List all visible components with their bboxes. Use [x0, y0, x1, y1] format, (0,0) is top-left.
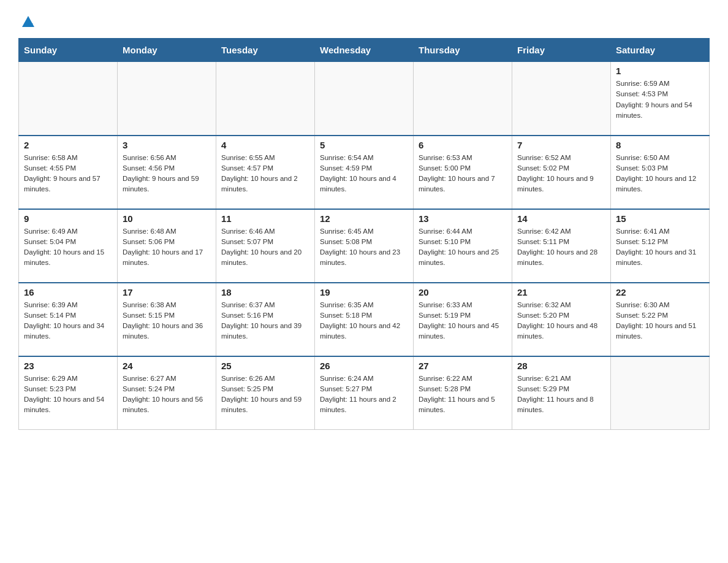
calendar-cell: 21Sunrise: 6:32 AMSunset: 5:20 PMDayligh… [512, 283, 611, 356]
day-info-line: Sunrise: 6:46 AM [221, 226, 309, 237]
weekday-header-sunday: Sunday [19, 39, 118, 62]
calendar-cell: 16Sunrise: 6:39 AMSunset: 5:14 PMDayligh… [19, 283, 118, 356]
calendar-cell: 3Sunrise: 6:56 AMSunset: 4:56 PMDaylight… [118, 136, 216, 209]
day-info-line: Sunrise: 6:55 AM [221, 153, 309, 163]
day-info-line: Daylight: 10 hours and 9 minutes. [517, 174, 605, 195]
calendar-cell [315, 62, 414, 136]
day-info-line: Sunset: 5:15 PM [123, 310, 211, 321]
day-info-line: Daylight: 10 hours and 56 minutes. [123, 394, 211, 416]
calendar-cell: 26Sunrise: 6:24 AMSunset: 5:27 PMDayligh… [315, 356, 414, 430]
day-info-line: Sunrise: 6:42 AM [517, 226, 605, 237]
calendar-cell: 12Sunrise: 6:45 AMSunset: 5:08 PMDayligh… [315, 209, 414, 283]
day-info-line: Sunrise: 6:39 AM [24, 300, 112, 310]
weekday-header-thursday: Thursday [414, 39, 512, 62]
calendar-cell: 11Sunrise: 6:46 AMSunset: 5:07 PMDayligh… [216, 209, 315, 283]
day-info-line: Daylight: 10 hours and 45 minutes. [419, 321, 507, 342]
calendar-cell: 7Sunrise: 6:52 AMSunset: 5:02 PMDaylight… [512, 136, 611, 209]
day-info-line: Daylight: 10 hours and 23 minutes. [320, 247, 408, 269]
calendar-week-2: 2Sunrise: 6:58 AMSunset: 4:55 PMDaylight… [19, 136, 710, 209]
day-number: 9 [24, 213, 112, 224]
day-number: 2 [24, 140, 112, 150]
calendar-cell [611, 356, 710, 430]
day-info-line: Sunrise: 6:49 AM [24, 226, 112, 237]
day-number: 20 [419, 287, 507, 297]
day-info-line: Sunrise: 6:52 AM [517, 153, 605, 163]
day-number: 5 [320, 140, 408, 150]
day-info-line: Sunrise: 6:29 AM [24, 373, 112, 384]
calendar-week-3: 9Sunrise: 6:49 AMSunset: 5:04 PMDaylight… [19, 209, 710, 283]
day-info-line: Daylight: 10 hours and 15 minutes. [24, 247, 112, 269]
day-info-line: Daylight: 10 hours and 20 minutes. [221, 247, 309, 269]
calendar-cell: 28Sunrise: 6:21 AMSunset: 5:29 PMDayligh… [512, 356, 611, 430]
calendar-cell: 24Sunrise: 6:27 AMSunset: 5:24 PMDayligh… [118, 356, 216, 430]
day-number: 6 [419, 140, 507, 150]
day-info-line: Sunset: 5:27 PM [320, 384, 408, 394]
page-header [18, 12, 710, 27]
day-info-line: Daylight: 10 hours and 34 minutes. [24, 321, 112, 342]
day-info-line: Sunset: 5:28 PM [419, 384, 507, 394]
calendar-cell: 10Sunrise: 6:48 AMSunset: 5:06 PMDayligh… [118, 209, 216, 283]
logo-icon [20, 12, 37, 29]
calendar-cell: 8Sunrise: 6:50 AMSunset: 5:03 PMDaylight… [611, 136, 710, 209]
day-info-line: Sunrise: 6:41 AM [616, 226, 704, 237]
day-info-line: Daylight: 10 hours and 25 minutes. [419, 247, 507, 269]
day-info-line: Sunrise: 6:37 AM [221, 300, 309, 310]
day-info-line: Daylight: 10 hours and 54 minutes. [24, 394, 112, 416]
calendar-week-5: 23Sunrise: 6:29 AMSunset: 5:23 PMDayligh… [19, 356, 710, 430]
day-info-line: Sunset: 5:07 PM [221, 237, 309, 247]
day-number: 13 [419, 213, 507, 224]
day-number: 19 [320, 287, 408, 297]
day-info-line: Sunrise: 6:44 AM [419, 226, 507, 237]
day-number: 8 [616, 140, 704, 150]
weekday-header-monday: Monday [118, 39, 216, 62]
day-info-line: Sunrise: 6:45 AM [320, 226, 408, 237]
calendar-cell: 4Sunrise: 6:55 AMSunset: 4:57 PMDaylight… [216, 136, 315, 209]
calendar-cell: 1Sunrise: 6:59 AMSunset: 4:53 PMDaylight… [611, 62, 710, 136]
day-info-line: Sunrise: 6:50 AM [616, 153, 704, 163]
day-info-line: Sunrise: 6:35 AM [320, 300, 408, 310]
day-number: 17 [123, 287, 211, 297]
day-info-line: Sunrise: 6:38 AM [123, 300, 211, 310]
calendar-week-1: 1Sunrise: 6:59 AMSunset: 4:53 PMDaylight… [19, 62, 710, 136]
day-info-line: Sunset: 4:59 PM [320, 163, 408, 174]
day-number: 7 [517, 140, 605, 150]
calendar-body: 1Sunrise: 6:59 AMSunset: 4:53 PMDaylight… [19, 62, 710, 430]
day-info-line: Sunrise: 6:30 AM [616, 300, 704, 310]
day-info-line: Daylight: 11 hours and 2 minutes. [320, 394, 408, 416]
calendar-cell: 9Sunrise: 6:49 AMSunset: 5:04 PMDaylight… [19, 209, 118, 283]
day-info-line: Sunrise: 6:54 AM [320, 153, 408, 163]
day-info-line: Daylight: 10 hours and 42 minutes. [320, 321, 408, 342]
day-info-line: Sunrise: 6:59 AM [616, 79, 704, 89]
day-info-line: Sunrise: 6:22 AM [419, 373, 507, 384]
day-number: 11 [221, 213, 309, 224]
day-number: 28 [517, 361, 605, 371]
calendar-cell [118, 62, 216, 136]
day-number: 10 [123, 213, 211, 224]
calendar-cell [216, 62, 315, 136]
day-info-line: Sunrise: 6:33 AM [419, 300, 507, 310]
day-info-line: Sunset: 5:02 PM [517, 163, 605, 174]
day-number: 22 [616, 287, 704, 297]
calendar-cell: 22Sunrise: 6:30 AMSunset: 5:22 PMDayligh… [611, 283, 710, 356]
day-info-line: Daylight: 10 hours and 31 minutes. [616, 247, 704, 269]
svg-marker-0 [22, 16, 34, 27]
day-info-line: Daylight: 10 hours and 36 minutes. [123, 321, 211, 342]
day-info-line: Sunset: 5:23 PM [24, 384, 112, 394]
day-info-line: Sunrise: 6:24 AM [320, 373, 408, 384]
weekday-header-saturday: Saturday [611, 39, 710, 62]
calendar-cell: 15Sunrise: 6:41 AMSunset: 5:12 PMDayligh… [611, 209, 710, 283]
day-info-line: Daylight: 10 hours and 48 minutes. [517, 321, 605, 342]
day-info-line: Sunset: 5:22 PM [616, 310, 704, 321]
day-info-line: Daylight: 10 hours and 17 minutes. [123, 247, 211, 269]
calendar-cell: 14Sunrise: 6:42 AMSunset: 5:11 PMDayligh… [512, 209, 611, 283]
calendar-cell: 13Sunrise: 6:44 AMSunset: 5:10 PMDayligh… [414, 209, 512, 283]
day-number: 12 [320, 213, 408, 224]
day-info-line: Daylight: 10 hours and 59 minutes. [221, 394, 309, 416]
day-info-line: Sunset: 5:08 PM [320, 237, 408, 247]
calendar-cell: 6Sunrise: 6:53 AMSunset: 5:00 PMDaylight… [414, 136, 512, 209]
day-info-line: Daylight: 11 hours and 5 minutes. [419, 394, 507, 416]
day-info-line: Sunset: 5:12 PM [616, 237, 704, 247]
calendar-cell: 27Sunrise: 6:22 AMSunset: 5:28 PMDayligh… [414, 356, 512, 430]
calendar-cell [19, 62, 118, 136]
day-info-line: Sunrise: 6:48 AM [123, 226, 211, 237]
